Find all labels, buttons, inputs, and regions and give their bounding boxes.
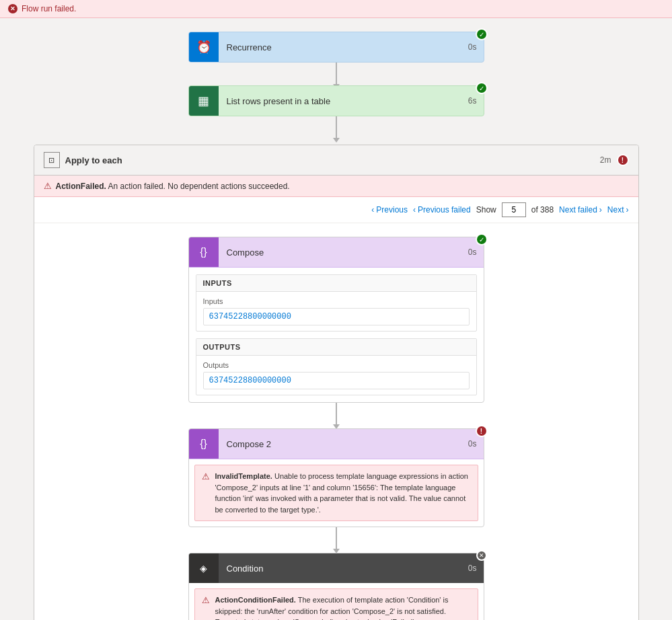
action-failed-text: ActionFailed. An action failed. No depen…	[56, 182, 290, 191]
compose-icon: {}	[189, 237, 219, 267]
compose2-error-text: InvalidTemplate. Unable to process templ…	[215, 471, 471, 515]
outputs-section: OUTPUTS Outputs 63745228800000000	[196, 338, 477, 395]
compose2-label: Compose 2	[219, 439, 461, 449]
compose-detail-panel: INPUTS Inputs 63745228800000000 OUTPUTS …	[189, 274, 484, 395]
compose2-icon: {}	[189, 429, 219, 459]
recurrence-label: Recurrence	[219, 42, 461, 52]
inputs-section-body: Inputs 63745228800000000	[196, 292, 476, 331]
compose2-error-body: ⚠ InvalidTemplate. Unable to process tem…	[194, 465, 478, 521]
compose2-warn-icon: ⚠	[202, 471, 210, 481]
next-failed-link[interactable]: Next failed ›	[559, 205, 602, 215]
listrows-label: List rows present in a table	[219, 96, 461, 106]
recurrence-node[interactable]: ⏰ Recurrence 0s ✓	[188, 32, 484, 63]
outputs-section-title: OUTPUTS	[196, 339, 476, 356]
inputs-section-title: INPUTS	[196, 275, 476, 292]
show-label: Show	[476, 205, 496, 215]
apply-each-error-badge: !	[617, 154, 629, 166]
inputs-section: INPUTS Inputs 63745228800000000	[196, 274, 477, 332]
apply-each-container: ⊡ Apply to each 2m ! ⚠ ActionFailed. An …	[34, 145, 639, 620]
warn-icon: ⚠	[44, 181, 52, 191]
condition-header: ◈ Condition 0s	[189, 553, 484, 583]
inner-canvas: {} Compose 0s ✓ INPUTS Inputs 6374522880…	[34, 223, 638, 620]
compose2-error-badge: !	[476, 425, 488, 437]
previous-failed-link[interactable]: ‹ Previous failed	[413, 205, 471, 215]
recurrence-success-badge: ✓	[476, 28, 488, 40]
compose-label: Compose	[219, 247, 461, 258]
action-failed-bar: ⚠ ActionFailed. An action failed. No dep…	[34, 176, 638, 197]
listrows-duration: 6s	[461, 96, 484, 106]
compose2-header: {} Compose 2 0s	[189, 429, 484, 459]
outputs-section-body: Outputs 63745228800000000	[196, 356, 476, 395]
inputs-field-value: 63745228800000000	[203, 308, 470, 325]
condition-label: Condition	[219, 564, 461, 574]
flow-canvas: ⏰ Recurrence 0s ✓ ▦ List rows present in…	[0, 18, 672, 620]
compose-duration: 0s	[461, 247, 484, 257]
outputs-field-value: 63745228800000000	[203, 372, 470, 389]
nav-bar: ‹ Previous ‹ Previous failed Show of 388…	[34, 197, 638, 223]
compose-node[interactable]: {} Compose 0s ✓ INPUTS Inputs 6374522880…	[188, 237, 484, 403]
recurrence-icon: ⏰	[189, 32, 219, 62]
condition-icon: ◈	[189, 553, 219, 583]
listrows-success-badge: ✓	[476, 82, 488, 94]
next-link[interactable]: Next ›	[607, 205, 629, 215]
error-bar: ✕ Flow run failed.	[0, 0, 672, 18]
condition-node[interactable]: ◈ Condition 0s ✕ ⚠ ActionConditionFailed…	[188, 553, 484, 620]
condition-error-body: ⚠ ActionConditionFailed. The execution o…	[194, 588, 478, 620]
previous-link[interactable]: ‹ Previous	[371, 205, 408, 215]
compose-success-badge: ✓	[476, 233, 488, 245]
condition-error-text: ActionConditionFailed. The execution of …	[215, 594, 471, 620]
error-circle-icon: ✕	[8, 4, 17, 13]
condition-duration: 0s	[461, 564, 484, 573]
compose2-node[interactable]: {} Compose 2 0s ! ⚠ InvalidTemplate. Una…	[188, 428, 484, 527]
inputs-field-label: Inputs	[203, 297, 470, 305]
condition-warn-icon: ⚠	[202, 595, 210, 605]
apply-each-header[interactable]: ⊡ Apply to each 2m !	[34, 145, 638, 176]
outputs-field-label: Outputs	[203, 361, 470, 369]
apply-each-header-left: ⊡ Apply to each	[44, 152, 122, 168]
compose-header: {} Compose 0s	[189, 237, 484, 268]
error-bar-text: Flow run failed.	[22, 4, 76, 13]
page-input[interactable]	[502, 202, 526, 217]
listrows-icon: ▦	[189, 86, 219, 116]
compose2-duration: 0s	[461, 439, 484, 449]
apply-each-duration: 2m	[600, 155, 611, 165]
total-pages: of 388	[531, 205, 554, 215]
condition-skip-badge: ✕	[476, 550, 487, 561]
apply-each-icon: ⊡	[44, 152, 60, 168]
listrows-node[interactable]: ▦ List rows present in a table 6s ✓	[188, 85, 484, 116]
recurrence-duration: 0s	[461, 42, 484, 52]
apply-each-title: Apply to each	[65, 155, 122, 165]
